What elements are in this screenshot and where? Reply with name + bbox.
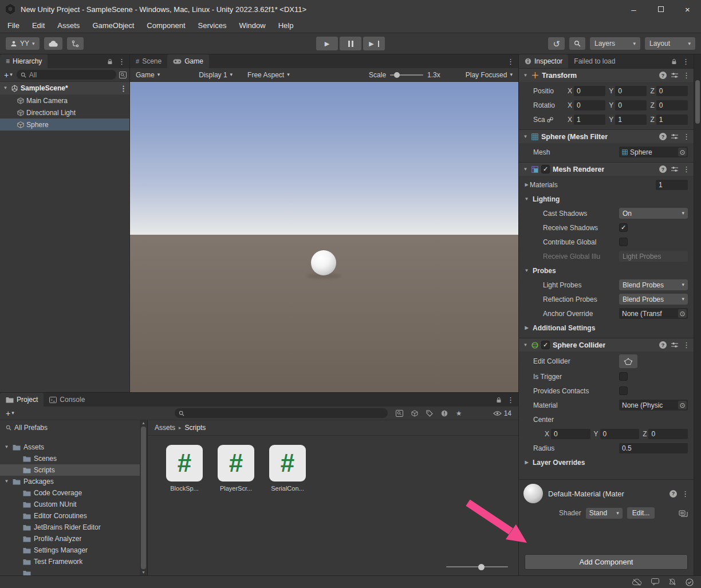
asset-blockspawner-script[interactable]: # BlockSp... — [162, 445, 207, 492]
mesh-renderer-enabled-checkbox[interactable]: ✓ — [541, 165, 550, 173]
help-icon[interactable]: ? — [659, 165, 667, 173]
account-button[interactable]: YY ▾ — [6, 37, 40, 50]
folder-assets[interactable]: ▼ Assets — [0, 441, 147, 453]
hierarchy-item-directional-light[interactable]: Directional Light — [0, 106, 129, 119]
edit-shader-button[interactable]: Edit... — [627, 507, 655, 519]
kebab-menu-icon[interactable]: ⋮ — [118, 58, 125, 65]
display-dropdown[interactable]: Display 1 ▾ — [199, 71, 233, 79]
kebab-menu-icon[interactable]: ⋮ — [683, 341, 690, 349]
foldout-open-icon[interactable]: ▼ — [522, 73, 529, 78]
undo-history-button[interactable]: ↺ — [548, 37, 565, 50]
aspect-dropdown[interactable]: Free Aspect ▾ — [247, 71, 290, 79]
create-dropdown[interactable]: + ▾ — [3, 70, 14, 80]
rotation-x-field[interactable]: 0 — [574, 100, 605, 111]
center-y-field[interactable]: 0 — [600, 429, 640, 439]
search-by-type-icon[interactable] — [411, 410, 418, 417]
layout-dropdown[interactable]: Layout ▾ — [645, 37, 695, 50]
light-probes-dropdown[interactable]: Blend Probes▾ — [619, 279, 688, 290]
add-component-button[interactable]: Add Component — [525, 554, 688, 570]
scroll-down-icon[interactable]: ▼ — [141, 570, 145, 574]
breadcrumb-scripts[interactable]: Scripts — [185, 424, 206, 432]
scrollbar-thumb[interactable] — [141, 427, 146, 569]
kebab-menu-icon[interactable]: ⋮ — [683, 165, 690, 173]
search-options-icon[interactable] — [119, 72, 127, 78]
kebab-menu-icon[interactable]: ⋮ — [683, 72, 690, 79]
scale-x-field[interactable]: 1 — [574, 115, 605, 125]
mesh-renderer-header[interactable]: ▼ ✓ Mesh Renderer ? ⋮ — [519, 162, 694, 176]
rotation-y-field[interactable]: 0 — [615, 100, 647, 111]
radius-field[interactable]: 0.5 — [619, 443, 688, 453]
game-view[interactable] — [130, 82, 518, 392]
position-x-field[interactable]: 0 — [574, 86, 605, 96]
menu-gameobject[interactable]: GameObject — [86, 18, 140, 33]
foldout-closed-icon[interactable]: ▶ — [523, 460, 530, 465]
tab-scene[interactable]: # Scene — [130, 54, 167, 68]
folder-scripts[interactable]: Scripts — [0, 464, 147, 476]
kebab-menu-icon[interactable]: ⋮ — [507, 396, 514, 404]
help-icon[interactable]: ? — [659, 341, 667, 349]
physic-material-field[interactable]: None (Physic⊙ — [619, 400, 688, 411]
material-header[interactable]: Default-Material (Mater ? ⋮ — [519, 479, 694, 506]
log-filter-icon[interactable] — [441, 410, 448, 417]
cloud-offline-icon[interactable] — [632, 579, 641, 586]
search-in-window-icon[interactable] — [396, 410, 403, 417]
help-icon[interactable]: ? — [659, 72, 667, 79]
kebab-menu-icon[interactable]: ⋮ — [507, 58, 514, 65]
asset-playerscript-script[interactable]: # PlayerScr... — [213, 445, 259, 492]
anchor-override-field[interactable]: None (Transf⊙ — [619, 308, 688, 319]
foldout-open-icon[interactable]: ▼ — [522, 167, 529, 172]
play-button[interactable]: ▶ — [316, 37, 338, 50]
foldout-closed-icon[interactable]: ▶ — [523, 183, 530, 187]
folder-partial-row[interactable] — [0, 567, 147, 575]
cast-shadows-dropdown[interactable]: On▾ — [619, 208, 688, 219]
asset-serialcontroller-script[interactable]: # SerialCon... — [265, 445, 310, 492]
scale-slider-knob[interactable] — [394, 72, 400, 78]
object-picker-icon[interactable]: ⊙ — [678, 148, 687, 156]
icon-size-slider[interactable] — [446, 566, 508, 567]
foldout-open-icon[interactable]: ▼ — [523, 269, 530, 273]
tab-project[interactable]: Project — [0, 393, 44, 407]
foldout-open-icon[interactable]: ▼ — [2, 86, 9, 90]
presets-icon[interactable] — [671, 342, 678, 348]
collab-message-icon[interactable] — [651, 578, 659, 586]
background-tasks-icon[interactable] — [686, 578, 694, 586]
material-options-icon[interactable] — [679, 510, 688, 517]
menu-services[interactable]: Services — [192, 18, 233, 33]
presets-icon[interactable] — [671, 166, 678, 172]
mesh-object-field[interactable]: Sphere ⊙ — [619, 147, 688, 157]
play-focused-dropdown[interactable]: Play Focused ▾ — [466, 71, 513, 79]
lock-icon[interactable] — [107, 58, 113, 65]
sphere-collider-enabled-checkbox[interactable]: ✓ — [541, 341, 550, 349]
search-button[interactable] — [569, 37, 585, 50]
hidden-count-toggle[interactable]: 14 — [493, 409, 514, 417]
kebab-menu-icon[interactable]: ⋮ — [682, 490, 689, 498]
folder-code-coverage[interactable]: Code Coverage — [0, 487, 147, 499]
hierarchy-item-main-camera[interactable]: Main Camera — [0, 94, 129, 106]
foldout-open-icon[interactable]: ▼ — [3, 479, 10, 484]
project-tree-scrollbar[interactable]: ▼ ▼ — [140, 420, 147, 575]
project-search-input[interactable] — [175, 408, 388, 418]
kebab-menu-icon[interactable]: ⋮ — [682, 58, 690, 65]
foldout-open-icon[interactable]: ▼ — [522, 343, 529, 348]
reflection-probes-dropdown[interactable]: Blend Probes▾ — [619, 294, 688, 305]
version-control-button[interactable] — [67, 37, 84, 50]
rotation-z-field[interactable]: 0 — [656, 100, 688, 111]
tab-console[interactable]: Console — [44, 393, 90, 407]
provides-contacts-checkbox[interactable] — [619, 386, 628, 395]
shader-dropdown[interactable]: Stand ▾ — [586, 508, 623, 519]
position-y-field[interactable]: 0 — [615, 86, 647, 96]
sphere-collider-header[interactable]: ▼ ✓ Sphere Collider ? ⋮ — [519, 338, 694, 352]
scale-z-field[interactable]: 1 — [656, 115, 688, 125]
edit-collider-button[interactable] — [619, 354, 637, 368]
tab-hierarchy[interactable]: ≡ Hierarchy — [0, 54, 48, 68]
game-mode-dropdown[interactable]: Game ▾ — [136, 71, 160, 79]
search-by-label-icon[interactable] — [426, 410, 433, 417]
foldout-closed-icon[interactable]: ▶ — [523, 326, 530, 330]
folder-settings-manager[interactable]: Settings Manager — [0, 544, 147, 556]
center-z-field[interactable]: 0 — [648, 429, 688, 439]
create-asset-dropdown[interactable]: + ▾ — [5, 409, 15, 418]
object-picker-icon[interactable]: ⊙ — [678, 309, 687, 318]
lock-icon[interactable] — [496, 397, 502, 403]
close-button[interactable]: × — [674, 0, 701, 18]
folder-editor-coroutines[interactable]: Editor Coroutines — [0, 510, 147, 522]
